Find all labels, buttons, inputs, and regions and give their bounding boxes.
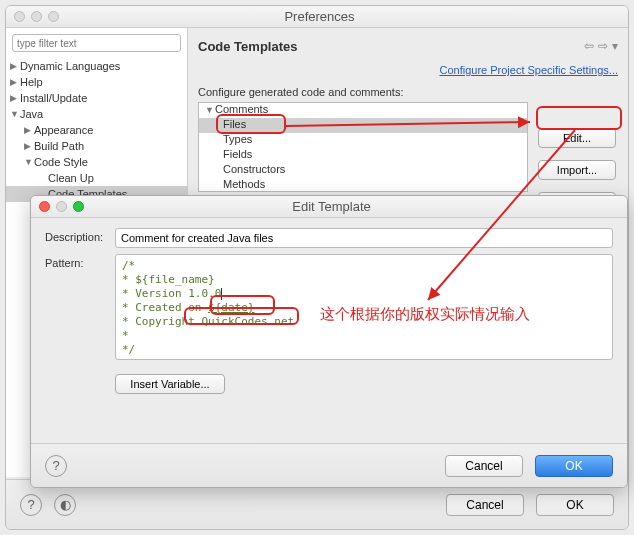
chevron-down-icon: ▼ <box>24 157 34 167</box>
pattern-row: Pattern: /* * ${file_name} * Version 1.0… <box>45 254 613 360</box>
sidebar-item-label: Java <box>20 108 43 120</box>
tree-item-label: Fields <box>223 148 252 160</box>
tree-item-label: Methods <box>223 178 265 190</box>
sidebar-item-code-style[interactable]: ▼Code Style <box>6 154 187 170</box>
config-link-row: Configure Project Specific Settings... <box>198 64 618 76</box>
pattern-line: /* <box>122 259 606 273</box>
cancel-button[interactable]: Cancel <box>446 494 524 516</box>
nav-arrows: ⇦ ⇨ ▾ <box>584 39 618 53</box>
sidebar-item-help[interactable]: ▶Help <box>6 74 187 90</box>
tree-item-label: Types <box>223 133 252 145</box>
back-icon[interactable]: ⇦ <box>584 39 594 53</box>
forward-icon[interactable]: ⇨ <box>598 39 608 53</box>
sidebar-item-label: Clean Up <box>48 172 94 184</box>
dialog-footer: ? Cancel OK <box>31 443 627 487</box>
pattern-line: * <box>122 329 606 343</box>
tree-item-methods[interactable]: Methods <box>199 178 527 192</box>
help-icon[interactable]: ? <box>45 455 67 477</box>
pattern-line: * Created on ${date} <box>122 301 606 315</box>
dialog-ok-button[interactable]: OK <box>535 455 613 477</box>
insert-variable-button[interactable]: Insert Variable... <box>115 374 225 394</box>
content-header: Code Templates ⇦ ⇨ ▾ <box>198 36 618 56</box>
filter-input[interactable] <box>12 34 181 52</box>
sidebar-item-clean-up[interactable]: Clean Up <box>6 170 187 186</box>
chevron-right-icon: ▶ <box>10 61 20 71</box>
sidebar-item-java[interactable]: ▼Java <box>6 106 187 122</box>
edit-template-dialog: Edit Template Description: Pattern: /* *… <box>30 195 628 488</box>
sidebar-item-label: Code Style <box>34 156 88 168</box>
pattern-label: Pattern: <box>45 254 115 269</box>
error-log-icon[interactable]: ◐ <box>54 494 76 516</box>
description-label: Description: <box>45 228 115 243</box>
pattern-textarea[interactable]: /* * ${file_name} * Version 1.0.0 * Crea… <box>115 254 613 360</box>
dialog-body: Description: Pattern: /* * ${file_name} … <box>31 218 627 404</box>
chevron-right-icon: ▶ <box>24 125 34 135</box>
sidebar-item-label: Appearance <box>34 124 93 136</box>
pattern-line: * ${file_name} <box>122 273 606 287</box>
description-input[interactable] <box>115 228 613 248</box>
sidebar-item-build-path[interactable]: ▶Build Path <box>6 138 187 154</box>
page-title: Code Templates <box>198 39 584 54</box>
tree-item-types[interactable]: Types <box>199 133 527 148</box>
window-title: Preferences <box>19 9 620 24</box>
tree-item-label: Files <box>223 118 246 130</box>
sidebar-item-appearance[interactable]: ▶Appearance <box>6 122 187 138</box>
edit-button[interactable]: Edit... <box>538 128 616 148</box>
chevron-right-icon: ▶ <box>10 77 20 87</box>
preferences-titlebar: Preferences <box>6 6 628 28</box>
sidebar-item-label: Help <box>20 76 43 88</box>
sidebar-item-dynamic-languages[interactable]: ▶Dynamic Languages <box>6 58 187 74</box>
tree-item-label: Constructors <box>223 163 285 175</box>
tree-item-constructors[interactable]: Constructors <box>199 163 527 178</box>
import-button[interactable]: Import... <box>538 160 616 180</box>
pattern-line: * Version 1.0.0 <box>122 287 606 301</box>
chevron-right-icon: ▶ <box>24 141 34 151</box>
dialog-title: Edit Template <box>44 199 619 214</box>
dialog-titlebar: Edit Template <box>31 196 627 218</box>
template-tree: ▼Comments Files Types Fields Constructor… <box>198 102 528 192</box>
filter-container <box>12 34 181 52</box>
tree-item-comments[interactable]: ▼Comments <box>199 103 527 118</box>
tree-item-files[interactable]: Files <box>199 118 527 133</box>
help-icon[interactable]: ? <box>20 494 42 516</box>
configure-project-link[interactable]: Configure Project Specific Settings... <box>439 64 618 76</box>
sidebar-item-label: Dynamic Languages <box>20 60 120 72</box>
dialog-cancel-button[interactable]: Cancel <box>445 455 523 477</box>
chevron-right-icon: ▶ <box>10 93 20 103</box>
tree-item-label: Comments <box>215 103 268 115</box>
chevron-down-icon: ▼ <box>205 105 215 115</box>
chevron-down-icon: ▼ <box>10 109 20 119</box>
description-row: Description: <box>45 228 613 248</box>
pattern-line: * Copyright QuickCodes.net <box>122 315 606 329</box>
pattern-line: */ <box>122 343 606 357</box>
menu-icon[interactable]: ▾ <box>612 39 618 53</box>
sidebar-tree: ▶Dynamic Languages ▶Help ▶Install/Update… <box>6 58 187 202</box>
sidebar-item-install-update[interactable]: ▶Install/Update <box>6 90 187 106</box>
sidebar-item-label: Build Path <box>34 140 84 152</box>
config-label: Configure generated code and comments: <box>198 86 618 98</box>
ok-button[interactable]: OK <box>536 494 614 516</box>
sidebar-item-label: Install/Update <box>20 92 87 104</box>
tree-item-fields[interactable]: Fields <box>199 148 527 163</box>
